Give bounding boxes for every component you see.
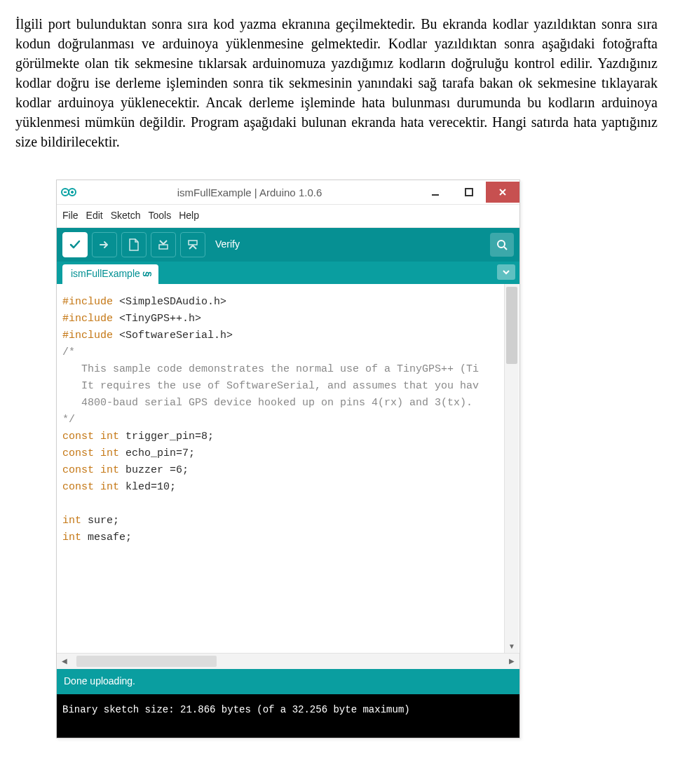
- console-line: Binary sketch size: 21.866 bytes (of a 3…: [62, 701, 514, 719]
- upload-button[interactable]: [92, 232, 117, 257]
- menu-sketch[interactable]: Sketch: [111, 209, 141, 223]
- vertical-scroll-thumb[interactable]: [506, 287, 517, 364]
- toolbar-action-label: Verify: [215, 238, 240, 252]
- maximize-button[interactable]: [452, 182, 486, 203]
- paragraph: İlgili port bulunduktan sonra sıra kod y…: [15, 14, 658, 151]
- serial-monitor-button[interactable]: [490, 233, 514, 257]
- window-titlebar: ismFullExample | Arduino 1.0.6: [57, 180, 519, 205]
- scroll-left-icon[interactable]: ◀: [57, 654, 72, 669]
- editor-area: #include <SimpleSDAudio.h> #include <Tin…: [57, 284, 519, 669]
- new-button[interactable]: [121, 232, 147, 257]
- tab-dropdown-button[interactable]: [497, 264, 515, 280]
- sketch-tab-name: ismFullExample: [71, 268, 140, 279]
- window-controls: [419, 182, 519, 203]
- console[interactable]: Binary sketch size: 21.866 bytes (of a 3…: [57, 694, 519, 738]
- arduino-ide-window: ismFullExample | Arduino 1.0.6 File Edit…: [56, 180, 520, 738]
- toolbar: Verify: [57, 228, 519, 262]
- svg-rect-6: [465, 189, 473, 196]
- sketch-tab[interactable]: ismFullExample §: [62, 264, 158, 284]
- save-button[interactable]: [180, 232, 205, 257]
- menu-help[interactable]: Help: [179, 209, 199, 223]
- vertical-scrollbar[interactable]: ▲ ▼: [504, 284, 519, 654]
- horizontal-scrollbar[interactable]: ◀ ▶: [57, 653, 519, 669]
- menu-file[interactable]: File: [62, 209, 79, 223]
- scroll-right-icon[interactable]: ▶: [504, 654, 519, 669]
- status-text: Done uploading.: [64, 675, 135, 689]
- status-bar: Done uploading.: [57, 669, 519, 694]
- scroll-down-icon[interactable]: ▼: [505, 640, 519, 654]
- svg-line-10: [504, 247, 507, 250]
- svg-point-9: [498, 241, 505, 248]
- menubar: File Edit Sketch Tools Help: [57, 205, 519, 228]
- open-button[interactable]: [151, 232, 176, 257]
- svg-rect-8: [189, 241, 197, 245]
- tabstrip: ismFullExample §: [57, 262, 519, 284]
- menu-tools[interactable]: Tools: [149, 209, 172, 223]
- minimize-button[interactable]: [419, 182, 452, 203]
- svg-rect-7: [159, 245, 168, 249]
- tab-chevron-icon: §: [140, 271, 154, 277]
- code-editor[interactable]: #include <SimpleSDAudio.h> #include <Tin…: [57, 284, 519, 653]
- menu-edit[interactable]: Edit: [86, 209, 103, 223]
- verify-button[interactable]: [62, 232, 88, 257]
- horizontal-scroll-thumb[interactable]: [76, 656, 217, 667]
- close-button[interactable]: [486, 182, 519, 203]
- arduino-app-icon: [57, 180, 81, 204]
- svg-rect-5: [432, 194, 439, 196]
- window-title: ismFullExample | Arduino 1.0.6: [81, 185, 419, 200]
